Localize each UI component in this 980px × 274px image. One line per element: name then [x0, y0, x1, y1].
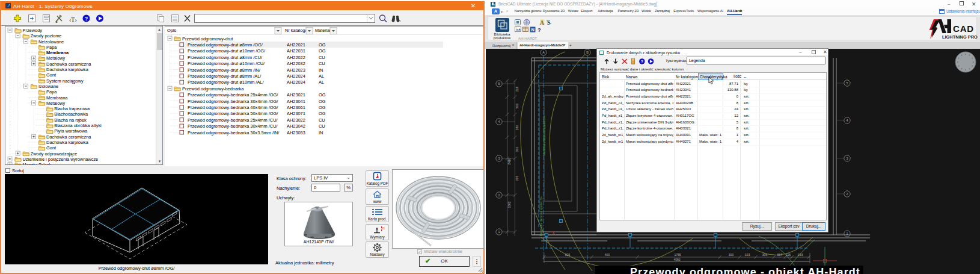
svg-text:1: 1 [846, 232, 848, 235]
svg-text:300: 300 [729, 253, 734, 257]
svg-text:AH22024: AH22024 [287, 73, 305, 79]
svg-text:Przewód odgromowy-bednarka 40x: Przewód odgromowy-bednarka 40x4mm /OG/ [188, 105, 278, 110]
svg-text:AH22023: AH22023 [287, 67, 305, 73]
svg-text:A: A [542, 51, 545, 54]
svg-text:1362: 1362 [507, 201, 511, 208]
svg-text:OG: OG [319, 48, 326, 54]
svg-text:300: 300 [515, 147, 519, 152]
svg-text:Przewód odgromowy-bednarka 30x: Przewód odgromowy-bednarka 30x4mm /CU/ [188, 123, 278, 129]
svg-text:Gont: Gont [46, 72, 56, 78]
svg-text:Przewód odgromowy-drut ø10mm /: Przewód odgromowy-drut ø10mm /AL/ [188, 79, 264, 85]
svg-text:Metalowy: Metalowy [46, 101, 66, 106]
svg-text:Membrana dachowa spadek 3%: Membrana dachowa spadek 3% [543, 116, 546, 155]
svg-text:2: 2 [846, 192, 848, 196]
svg-text:AH23042: AH23042 [287, 123, 305, 129]
svg-text:218: 218 [515, 87, 519, 92]
svg-text:AH23061: AH23061 [287, 105, 305, 110]
svg-text:Nr katalogu: Nr katalogu [285, 28, 307, 33]
svg-text:IN: IN [319, 130, 323, 135]
svg-text:825: 825 [565, 253, 571, 257]
svg-text:AH-HARDT: AH-HARDT [518, 37, 537, 40]
svg-text:Płyta warstwowa: Płyta warstwowa [54, 128, 88, 134]
svg-text:H: H [382, 226, 385, 230]
svg-text:IN: IN [319, 67, 323, 73]
svg-text:Izolowane: Izolowane [38, 84, 58, 89]
svg-text:N: N [531, 27, 534, 33]
svg-text:Metalowy: Metalowy [46, 55, 66, 61]
svg-text:CAD: CAD [953, 23, 974, 34]
svg-text:AH23053: AH23053 [287, 130, 305, 135]
svg-text:1765: 1765 [674, 253, 681, 257]
svg-text:AL: AL [319, 79, 324, 85]
svg-text:System naciągowy: System naciągowy [46, 78, 84, 84]
svg-text:AH23022: AH23022 [287, 117, 305, 123]
svg-text:400: 400 [605, 253, 610, 257]
svg-text:Maszty, Telesk: Maszty, Telesk [23, 162, 52, 164]
svg-text:Przewód odgromowy-bednarka 25x: Przewód odgromowy-bednarka 25x4mm /CU/ [188, 117, 278, 123]
svg-text:1: 1 [498, 230, 500, 234]
svg-text:Przewód odgromowy-drut ø8mm /I: Przewód odgromowy-drut ø8mm /IN/ [188, 67, 261, 73]
svg-text:?: ? [85, 16, 88, 22]
svg-text:Przewody: Przewody [23, 28, 43, 33]
svg-text:500: 500 [515, 104, 519, 109]
svg-text:Przewód odgromowy-drut ø10mm /: Przewód odgromowy-drut ø10mm /CU/ [188, 61, 265, 66]
svg-text:193: 193 [798, 253, 803, 257]
svg-text:2: 2 [498, 193, 500, 197]
svg-text:Materiał: Materiał [315, 28, 331, 33]
svg-text:116: 116 [786, 253, 791, 257]
svg-text:LIGHTNING PRO: LIGHTNING PRO [942, 34, 978, 40]
svg-text:Uziemienie i połączenia wyrówn: Uziemienie i połączenia wyrównawcze [23, 157, 99, 162]
svg-text:5: 5 [846, 81, 848, 85]
svg-text:306: 306 [762, 253, 768, 257]
svg-text:AH22022: AH22022 [287, 55, 305, 60]
svg-text:Blachodachówka: Blachodachówka [54, 111, 88, 117]
svg-text:Przewód odgromowy-drut ø8mm /C: Przewód odgromowy-drut ø8mm /CU/ [188, 55, 263, 60]
svg-text:Neizolowane: Neizolowane [38, 39, 64, 45]
svg-text:Przewód odgromowy-drut: Przewód odgromowy-drut [182, 36, 233, 42]
svg-text:Przewody odgromowe - obiekt AH: Przewody odgromowe - obiekt AH-Hardt [630, 266, 860, 274]
svg-text:4: 4 [498, 120, 500, 123]
svg-text:Membrana dachowa spadek 3%: Membrana dachowa spadek 3% [540, 196, 543, 236]
svg-text:AL: AL [319, 73, 324, 79]
svg-text:?: ? [537, 26, 541, 33]
svg-text:CU: CU [319, 61, 325, 66]
svg-text:CU: CU [319, 123, 325, 129]
svg-text:Membrana: Membrana [46, 95, 68, 101]
svg-text:Przewód odgromowy-bednarka 30x: Przewód odgromowy-bednarka 30x3.5mm /IN/ [188, 130, 280, 135]
svg-text:Opis: Opis [167, 28, 177, 33]
svg-text:517: 517 [777, 253, 783, 257]
svg-text:OG: OG [319, 92, 326, 98]
svg-text:Blacha trapezowa: Blacha trapezowa [54, 106, 90, 111]
svg-text:3: 3 [846, 157, 848, 160]
svg-text:AH22032: AH22032 [287, 61, 305, 66]
svg-text:OG: OG [319, 111, 326, 116]
svg-text:OG: OG [319, 99, 326, 104]
svg-text:2410: 2410 [507, 158, 511, 164]
svg-text:AH23071: AH23071 [287, 111, 305, 116]
svg-text:Przewód odgromowy-bednarka 25x: Przewód odgromowy-bednarka 25x4mm /OG/ [188, 92, 278, 98]
svg-text:Blacha na rąbek: Blacha na rąbek [54, 117, 87, 123]
svg-text:Przewód odgromowy-bednarka 50x: Przewód odgromowy-bednarka 50x4mm /OG/ [188, 111, 278, 116]
svg-text:Membrana: Membrana [46, 50, 69, 55]
svg-text:AH22021: AH22021 [287, 42, 305, 48]
svg-text:Dachówka karpiówka: Dachówka karpiówka [46, 67, 89, 72]
svg-text:CU: CU [319, 55, 325, 60]
svg-text:4: 4 [846, 119, 848, 122]
svg-text:‹T›: ‹T› [69, 16, 77, 23]
svg-text:Dachówka ceramiczna: Dachówka ceramiczna [46, 61, 91, 67]
svg-text:3: 3 [498, 157, 500, 160]
svg-text:CU: CU [319, 117, 325, 123]
svg-text:5: 5 [498, 82, 500, 86]
svg-text:Blaszana obróbka attyki: Blaszana obróbka attyki [54, 123, 102, 128]
svg-text:OG: OG [319, 105, 326, 110]
svg-text:Przewód odgromowy-bednarka: Przewód odgromowy-bednarka [182, 86, 244, 92]
svg-text:AH23041: AH23041 [287, 99, 305, 104]
svg-text:OG: OG [319, 42, 326, 48]
svg-text:Przewód odgromowy-drut ø10mm /: Przewód odgromowy-drut ø10mm /OG/ [188, 48, 266, 54]
svg-text:Zwody poziome: Zwody poziome [31, 33, 62, 39]
svg-text:AH22031: AH22031 [287, 48, 305, 54]
svg-text:AH22034: AH22034 [287, 79, 305, 85]
svg-text:Dachówka ceramiczna: Dachówka ceramiczna [46, 134, 91, 140]
svg-text:Papa: Papa [46, 45, 57, 50]
svg-text:Zwody odprowadzające: Zwody odprowadzające [31, 151, 78, 157]
